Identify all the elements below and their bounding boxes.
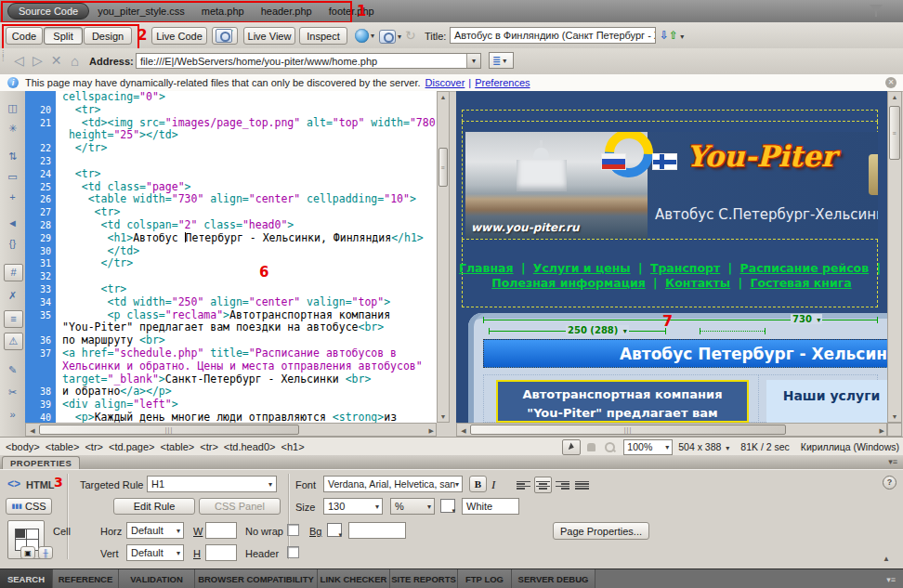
window-size-select[interactable]: 504 x 388 ▾ — [678, 441, 729, 452]
recent-snippets-icon[interactable]: » — [4, 407, 21, 423]
discover-link[interactable]: Discover — [425, 77, 465, 88]
code-line[interactable]: 32 — [25, 270, 437, 283]
column-width-label[interactable]: 250 (288) ▾ — [566, 325, 629, 335]
help-icon[interactable]: ? — [883, 476, 896, 490]
back-icon[interactable]: ◁ — [11, 53, 27, 69]
address-dropdown-icon[interactable]: ▾ — [466, 54, 480, 68]
text-color-swatch[interactable] — [440, 499, 455, 513]
panel-menu-icon[interactable]: ▾≡ — [888, 457, 897, 466]
results-tab-reference[interactable]: REFERENCE — [53, 569, 119, 588]
tag-selector-item[interactable]: <body> — [6, 441, 40, 452]
tag-selector-item[interactable]: <td.page> — [109, 441, 155, 452]
nav-link[interactable]: Контакты — [665, 276, 730, 290]
collapse-full-tag-icon[interactable]: ⇅ — [4, 149, 21, 164]
code-line[interactable]: 23 — [25, 155, 437, 168]
code-line[interactable]: 29 <h1>Автобус Петербург - Хельсинки, Фи… — [25, 232, 437, 245]
collapse-selection-icon[interactable]: ▭ — [4, 169, 21, 185]
code-line[interactable]: target="_blank">Санкт-Петербург - Хельси… — [25, 373, 437, 386]
live-view-options-icon[interactable]: ≣▾ — [489, 52, 514, 69]
results-tab-link-checker[interactable]: LINK CHECKER — [318, 569, 390, 588]
title-input[interactable]: Автобус в Финляндию (Санкт Петербург - Х… — [450, 27, 656, 44]
toolbar-grip[interactable]: ⁞⁞ — [2, 52, 7, 71]
code-editor[interactable]: cellspacing="0">20 <tr>21 <td><img src="… — [25, 91, 437, 423]
code-line[interactable]: Хельсинки и обратно. Цены и места отправ… — [25, 360, 437, 373]
align-justify-icon[interactable] — [573, 477, 591, 493]
no-wrap-checkbox[interactable] — [287, 524, 299, 536]
word-wrap-icon[interactable]: ≡ — [4, 310, 23, 328]
results-tab-ftp-log[interactable]: FTP LOG — [458, 569, 512, 588]
code-line[interactable]: 38и обратно</a></p> — [25, 385, 437, 399]
design-vertical-scrollbar[interactable]: ▲ ≡ ▼ — [887, 91, 902, 423]
apply-comment-icon[interactable]: ✎ — [4, 362, 21, 378]
nav-link[interactable]: Услуги и цены — [533, 261, 631, 275]
code-navigator-icon[interactable]: ✳ — [4, 121, 21, 137]
code-line[interactable]: 21 <td><img src="images/page_top.png" al… — [25, 117, 437, 130]
edit-rule-button[interactable]: Edit Rule — [113, 498, 195, 515]
code-line[interactable]: 30 </td> — [25, 245, 437, 258]
address-input[interactable]: file:///E|/WebServers/home/you-piter/www… — [136, 53, 481, 69]
forward-icon[interactable]: ▷ — [30, 53, 46, 69]
zoom-level-select[interactable]: 100%▾ — [623, 439, 673, 455]
remove-comment-icon[interactable]: ✂ — [4, 385, 21, 400]
file-management-icon[interactable]: ⇩⇧▾ — [660, 29, 684, 42]
css-mode-button[interactable]: ▮▮▮ CSS — [6, 498, 52, 515]
code-line[interactable]: 37<a href="schedule.php" title="Расписан… — [25, 347, 437, 360]
page-properties-button[interactable]: Page Properties... — [553, 522, 649, 540]
header-checkbox[interactable] — [287, 546, 299, 558]
code-vertical-scrollbar[interactable]: ▲ ≡ ▼ — [437, 91, 450, 423]
filter-related-files-icon[interactable] — [870, 5, 883, 12]
code-line[interactable]: 33 <tr> — [25, 283, 437, 296]
text-color-input[interactable]: White — [462, 498, 519, 515]
horz-align-select[interactable]: Default▾ — [126, 522, 184, 539]
size-unit-select[interactable]: % ▾ — [390, 498, 435, 515]
visual-aids-icon[interactable]: ▾ — [379, 30, 401, 44]
select-parent-tag-icon[interactable]: ◄ — [4, 216, 21, 231]
tag-selector-item[interactable]: <h1> — [281, 441, 305, 452]
code-line[interactable]: 22 </tr> — [25, 142, 437, 155]
nav-link[interactable]: Гостевая книга — [750, 276, 851, 290]
html-mode-button[interactable]: HTML — [26, 479, 55, 490]
italic-button[interactable]: I — [491, 477, 495, 492]
services-heading-cell[interactable]: Наши услуги — [766, 380, 887, 423]
syntax-error-alerts-icon[interactable]: ⚠ — [4, 333, 23, 350]
targeted-rule-select[interactable]: H1 ▾ — [147, 476, 277, 492]
code-line[interactable]: 20 <tr> — [25, 104, 437, 117]
promo-text-cell[interactable]: Автотранспортная компания "You-Piter" пр… — [496, 380, 749, 423]
code-line[interactable]: 40 <p>Каждый день многие люди отправляют… — [25, 412, 437, 423]
results-tab-site-reports[interactable]: SITE REPORTS — [390, 569, 458, 588]
refresh-design-view-icon[interactable]: ↻ — [405, 28, 416, 43]
select-tool-icon[interactable] — [562, 439, 581, 455]
page-heading[interactable]: Автобус Петербург - Хельсинки, Финляндия — [483, 339, 887, 368]
highlight-invalid-code-icon[interactable]: ✗ — [4, 288, 21, 304]
tag-selector-item[interactable]: <tr> — [200, 441, 218, 452]
stop-icon[interactable]: ✕ — [48, 53, 64, 69]
code-line[interactable]: 24 <tr> — [25, 168, 437, 181]
code-line[interactable]: 26 <table width="730" align="center" cel… — [25, 193, 437, 206]
code-horizontal-scrollbar[interactable]: ◀ ||| ▶ — [25, 423, 437, 437]
code-line[interactable]: 25 <td class="page"> — [25, 181, 437, 194]
width-input[interactable] — [205, 522, 237, 539]
code-line[interactable]: 39<div align="left"> — [25, 399, 437, 412]
collapse-panel-icon[interactable]: ▲ — [883, 555, 890, 563]
code-line[interactable]: "You-Piter" предлагает вам поездки на ав… — [25, 321, 437, 334]
inspect-button[interactable]: Inspect — [299, 27, 347, 45]
hand-tool-icon[interactable] — [582, 440, 599, 454]
design-view[interactable]: You-Piter Автобус С.Петербург-Хельсинки … — [456, 91, 887, 423]
nav-link[interactable]: Главная — [459, 261, 514, 275]
results-tab-validation[interactable]: VALIDATION — [119, 569, 195, 588]
vert-align-select[interactable]: Default▾ — [126, 544, 184, 561]
nav-link[interactable]: Полезная информация — [491, 276, 645, 290]
code-line[interactable]: 35 <p class="reclama">Автотранспортная к… — [25, 309, 437, 322]
nav-link[interactable]: Транспорт — [650, 261, 720, 275]
align-center-icon[interactable] — [534, 477, 552, 493]
tag-selector-item[interactable]: <td.head0> — [224, 441, 276, 452]
merge-cells-icon[interactable]: ▣ — [20, 546, 35, 559]
zoom-tool-icon[interactable] — [601, 440, 618, 454]
live-view-button[interactable]: Live View — [243, 27, 295, 45]
results-tab-browser-compatibility[interactable]: BROWSER COMPATIBILITY — [195, 569, 318, 588]
height-input[interactable] — [205, 544, 237, 561]
info-bar-close-icon[interactable]: ✕ — [885, 77, 896, 88]
code-line[interactable]: 34 <td width="250" align="center" valign… — [25, 296, 437, 309]
results-tab-server-debug[interactable]: SERVER DEBUG — [512, 569, 595, 588]
tag-selector-item[interactable]: <tr> — [85, 441, 103, 452]
